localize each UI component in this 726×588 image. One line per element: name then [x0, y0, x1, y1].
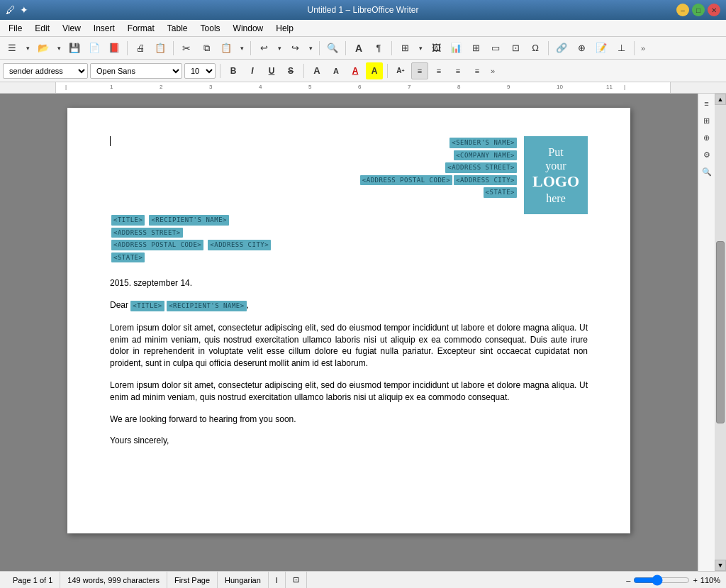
copy-button[interactable]: ⧉ — [197, 39, 216, 57]
logo-line3: LOGO — [532, 172, 579, 191]
paste-dropdown[interactable]: ▾ — [237, 39, 247, 57]
sep-fmt1 — [220, 64, 220, 78]
new-dropdown[interactable]: ▾ — [23, 39, 33, 57]
pilcrow-button[interactable]: ¶ — [369, 39, 388, 57]
titlebar-left: 🖊 ✦ — [6, 4, 28, 16]
document-area[interactable]: Put your LOGO here <Sender's name> <Comp… — [0, 94, 698, 571]
dear-title-field: <Title> — [130, 301, 164, 311]
ref-button[interactable]: ⊕ — [572, 39, 591, 57]
panel-gallery-button[interactable]: ⊞ — [700, 113, 714, 128]
sender-company-row: <Company Name> — [360, 150, 517, 162]
redo-dropdown[interactable]: ▾ — [306, 39, 315, 57]
insert-special-button[interactable]: Ω — [526, 39, 544, 57]
text-style-button[interactable]: A — [350, 39, 368, 57]
recipient-name-row: <Title> <Recipient's name> — [110, 214, 588, 226]
align-center-button[interactable]: ≡ — [430, 62, 447, 79]
align-justify-button[interactable]: ≡ — [469, 62, 486, 79]
ruler-mark-7: 7 — [408, 84, 411, 90]
zoom-in-button[interactable]: + — [693, 576, 697, 584]
undo-dropdown[interactable]: ▾ — [274, 39, 284, 57]
toolbar1-more[interactable]: » — [638, 44, 648, 52]
sender-city-row: <Address Postal Code> <Address City> — [360, 174, 517, 187]
zoom-out-button[interactable]: – — [626, 576, 630, 584]
save-as-button[interactable]: 📄 — [85, 39, 104, 57]
font-highlight-button[interactable]: A — [366, 62, 383, 79]
ruler-mark-2: 2 — [160, 84, 162, 90]
font-dropdown[interactable]: Open Sans — [90, 63, 182, 79]
sender-street-row: <Address Street> — [360, 162, 517, 174]
scroll-up-arrow[interactable]: ▲ — [715, 94, 726, 105]
size-dropdown[interactable]: 10 — [184, 63, 216, 79]
insert-image-button[interactable]: 🖼 — [427, 39, 445, 57]
redo-button[interactable]: ↪ — [286, 39, 304, 57]
menu-insert[interactable]: Insert — [88, 22, 121, 35]
align-left-button[interactable]: ≡ — [411, 62, 428, 79]
text-cursor — [110, 136, 111, 146]
font-color-button[interactable]: A — [347, 62, 364, 79]
right-panel: ≡ ⊞ ⊕ ⚙ 🔍 — [698, 94, 715, 571]
ruler-mark-12: | — [624, 84, 625, 90]
vertical-scrollbar[interactable]: ▲ ▼ — [715, 94, 726, 571]
insert-textbox-button[interactable]: ▭ — [486, 39, 505, 57]
style-dropdown[interactable]: sender address — [3, 63, 88, 79]
italic-button[interactable]: I — [244, 62, 261, 79]
logo-placeholder: Put your LOGO here — [524, 136, 588, 214]
menu-table[interactable]: Table — [162, 22, 194, 35]
font-size-up-button[interactable]: A — [308, 62, 325, 79]
cut-button[interactable]: ✂ — [177, 39, 196, 57]
toolbar2-more[interactable]: » — [488, 67, 498, 75]
close-button[interactable]: ✕ — [708, 4, 720, 16]
panel-styles-button[interactable]: ≡ — [700, 96, 714, 111]
align-right-button[interactable]: ≡ — [449, 62, 467, 79]
export-pdf-button[interactable]: 📕 — [105, 39, 123, 57]
insert-table-button[interactable]: ⊞ — [396, 39, 414, 57]
sep4 — [319, 41, 320, 55]
menu-tools[interactable]: Tools — [195, 22, 226, 35]
panel-navigator-button[interactable]: ⊕ — [700, 131, 714, 145]
maximize-button[interactable]: □ — [692, 4, 705, 16]
scroll-thumb[interactable] — [716, 241, 725, 423]
menu-help[interactable]: Help — [270, 22, 299, 35]
menu-view[interactable]: View — [57, 22, 86, 35]
new-button[interactable]: ☰ — [3, 39, 21, 57]
insert-frame-button[interactable]: ⊡ — [506, 39, 525, 57]
date-text: 2015. szeptember 14. — [110, 278, 192, 288]
menu-file[interactable]: File — [3, 22, 28, 35]
superscript-button[interactable]: A+ — [392, 62, 409, 79]
insert-field-button[interactable]: ⊞ — [467, 39, 485, 57]
dear-name-field: <Recipient's name> — [167, 301, 247, 311]
footnote-button[interactable]: ⊥ — [612, 39, 630, 57]
status-right: – + 110% — [626, 575, 720, 586]
insert-dropdown[interactable]: ▾ — [415, 39, 425, 57]
strikethrough-button[interactable]: S — [282, 62, 299, 79]
bold-button[interactable]: B — [225, 62, 242, 79]
panel-properties-button[interactable]: ⚙ — [700, 148, 714, 162]
open-button[interactable]: 📂 — [34, 39, 52, 57]
ruler-mark-10: 10 — [557, 84, 563, 90]
hyperlink-button[interactable]: 🔗 — [552, 39, 571, 57]
open-dropdown[interactable]: ▾ — [54, 39, 64, 57]
sep5 — [345, 41, 346, 55]
sep1 — [127, 41, 128, 55]
panel-search-button[interactable]: 🔍 — [700, 165, 714, 179]
menu-format[interactable]: Format — [122, 22, 160, 35]
undo-button[interactable]: ↩ — [255, 39, 273, 57]
insert-chart-button[interactable]: 📊 — [447, 39, 465, 57]
menu-edit[interactable]: Edit — [29, 22, 55, 35]
font-size-down-button[interactable]: A — [328, 62, 345, 79]
sender-city-field: <Address City> — [454, 175, 517, 186]
paste-button[interactable]: 📋 — [217, 39, 235, 57]
underline-button[interactable]: U — [263, 62, 280, 79]
print-preview-button[interactable]: 📋 — [151, 39, 169, 57]
zoom-slider[interactable] — [633, 575, 690, 586]
menu-window[interactable]: Window — [228, 22, 269, 35]
dear-line: Dear <Title> <Recipient's name>, — [110, 299, 588, 312]
print-button[interactable]: 🖨 — [131, 39, 150, 57]
scroll-down-arrow[interactable]: ▼ — [715, 560, 726, 571]
minimize-button[interactable]: – — [676, 4, 689, 16]
document-page[interactable]: Put your LOGO here <Sender's name> <Comp… — [67, 108, 630, 533]
save-button[interactable]: 💾 — [65, 39, 84, 57]
scroll-track[interactable] — [715, 105, 725, 560]
find-button[interactable]: 🔍 — [323, 39, 342, 57]
note-button[interactable]: 📝 — [592, 39, 610, 57]
